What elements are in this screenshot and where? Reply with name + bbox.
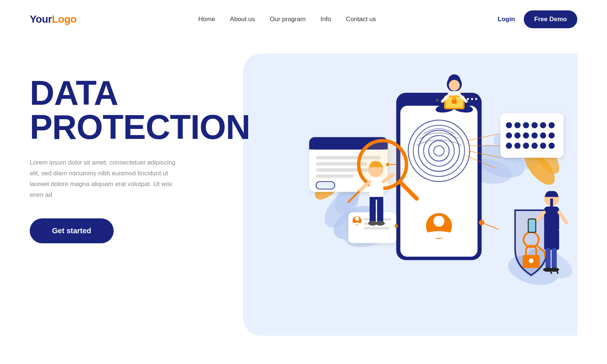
login-button[interactable]: Login <box>498 16 515 23</box>
illustration-svg <box>243 53 577 351</box>
svg-point-58 <box>549 132 555 139</box>
svg-point-60 <box>515 143 521 149</box>
svg-point-53 <box>506 132 512 139</box>
svg-point-99 <box>376 221 385 226</box>
svg-rect-90 <box>452 100 457 104</box>
nav-item-info[interactable]: Info <box>321 16 331 23</box>
svg-point-43 <box>434 216 444 227</box>
svg-point-56 <box>532 132 538 139</box>
svg-point-57 <box>540 132 546 139</box>
svg-point-47 <box>506 122 512 129</box>
svg-point-54 <box>515 132 521 139</box>
svg-point-78 <box>395 224 398 228</box>
logo: YourLogo <box>30 13 77 25</box>
svg-rect-97 <box>377 199 383 222</box>
svg-line-116 <box>559 212 566 223</box>
svg-rect-76 <box>364 227 389 229</box>
svg-point-61 <box>523 143 529 149</box>
svg-point-62 <box>532 143 538 149</box>
svg-point-64 <box>549 143 555 149</box>
header: YourLogo Home About us Our program Info … <box>0 0 607 39</box>
svg-point-63 <box>540 143 546 149</box>
svg-rect-23 <box>316 182 335 189</box>
svg-rect-106 <box>544 230 559 250</box>
svg-rect-96 <box>370 199 376 222</box>
nav-item-home[interactable]: Home <box>198 16 215 23</box>
svg-point-48 <box>515 122 521 129</box>
nav-item-about[interactable]: About us <box>230 16 255 23</box>
svg-point-51 <box>540 122 546 129</box>
svg-point-49 <box>523 122 529 129</box>
svg-rect-22 <box>316 175 354 178</box>
svg-point-52 <box>549 122 555 129</box>
svg-point-55 <box>523 132 529 139</box>
main-content: DATA Protection Lorem ipsum dolor sit am… <box>0 39 607 351</box>
hero-title: DATA Protection <box>30 76 250 144</box>
svg-point-73 <box>355 217 359 221</box>
logo-text-logo: Logo <box>52 13 77 25</box>
svg-point-28 <box>467 98 469 100</box>
svg-line-45 <box>482 222 499 229</box>
main-nav: Home About us Our program Info Contact u… <box>198 16 376 23</box>
header-actions: Login Free Demo <box>498 10 577 28</box>
hero-description: Lorem ipsum dolor sit amet, consectetuer… <box>30 157 186 201</box>
nav-item-contact[interactable]: Contact us <box>346 16 376 23</box>
svg-point-84 <box>449 80 460 91</box>
svg-point-29 <box>471 98 473 100</box>
free-demo-button[interactable]: Free Demo <box>524 10 577 28</box>
nav-item-program[interactable]: Our program <box>270 16 305 23</box>
hero-left: DATA Protection Lorem ipsum dolor sit am… <box>30 53 250 243</box>
svg-rect-107 <box>546 248 551 269</box>
svg-rect-108 <box>552 248 557 269</box>
svg-rect-115 <box>529 220 535 232</box>
svg-point-50 <box>532 122 538 129</box>
svg-rect-105 <box>544 207 559 232</box>
logo-text-your: Your <box>30 13 52 25</box>
get-started-button[interactable]: Get started <box>30 218 114 243</box>
svg-point-70 <box>529 259 533 263</box>
hero-illustration <box>243 53 577 351</box>
svg-point-59 <box>506 143 512 149</box>
svg-point-30 <box>475 98 477 100</box>
svg-point-27 <box>436 99 438 101</box>
